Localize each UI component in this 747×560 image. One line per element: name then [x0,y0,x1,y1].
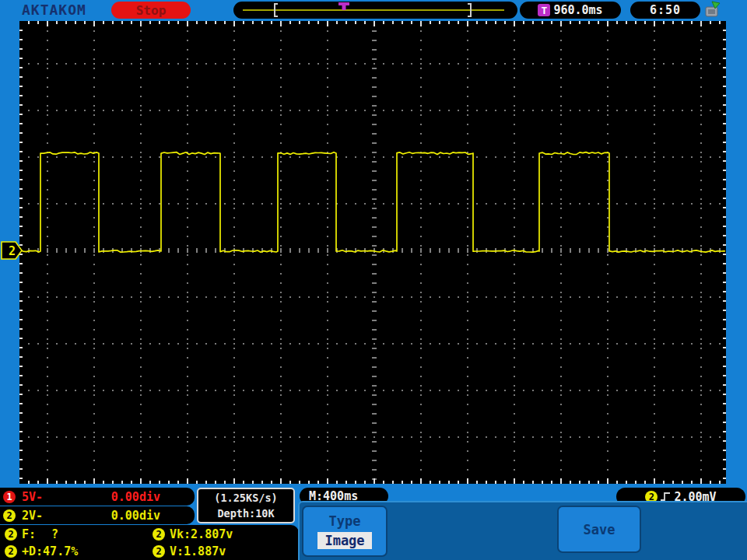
measure-duty: 2 +D: 47.7% [5,544,78,558]
ch2-icon: 2 [153,528,165,541]
type-selected-value: Image [317,532,371,549]
oscilloscope-screen: 2 AKTAKOM Stop T 960.0ms 6:50 1 5V- 0.00… [0,0,747,560]
clock-badge: 6:50 [630,2,700,19]
measure-label: F: [22,527,36,541]
trigger-t-icon: T [538,4,550,16]
measure-value: ? [51,527,58,541]
measure-voltage: 2 V: 1.887v [153,544,226,558]
acquisition-status-badge: Stop [111,2,191,19]
ch2-icon: 2 [5,528,17,541]
measure-vk: 2 Vk: 2.807v [153,527,233,541]
acquisition-status-text: Stop [136,3,167,18]
measure-frequency: 2 F: ? [5,527,58,541]
ch1-position: 0.00div [111,490,160,504]
ch1-icon: 1 [3,491,16,503]
measure-value: 1.887v [184,544,226,558]
ch2-status-row: 2 2V- 0.00div [0,506,195,524]
measurements-box: 2 F: ? 2 Vk: 2.807v 2 +D: 47.7% 2 V: 1.8… [0,525,299,560]
ch2-scale: 2V- [22,509,43,523]
save-button[interactable]: Save [557,506,641,553]
type-image-button[interactable]: Type Image [302,506,388,557]
waveform-display: 2 [0,0,747,560]
sample-rate: (1.25KS/s) [214,492,277,504]
measure-label: V: [170,544,184,558]
ch2-ground-marker: 2 [2,242,22,259]
ch2-icon: 2 [153,545,165,558]
measure-label: +D: [22,544,43,558]
ch2-position: 0.00div [111,509,160,523]
usb-disk-icon [703,1,723,19]
ch1-status-row: 1 5V- 0.00div [0,488,195,506]
measure-value: 47.7% [43,544,78,558]
memory-depth: Depth:10K [217,507,274,520]
type-label: Type [329,513,361,529]
acquisition-info-box: (1.25KS/s) Depth:10K [197,488,295,523]
save-label: Save [584,522,615,537]
brand-label: AKTAKOM [22,2,86,19]
trigger-time-value: 960.0ms [553,3,602,17]
trigger-position-bar [233,2,517,19]
clock-value: 6:50 [650,3,681,17]
measure-label: Vk: [170,527,191,541]
svg-text:2: 2 [9,244,16,258]
measure-value: 2.807v [191,527,233,541]
trigger-time-badge: T 960.0ms [520,2,621,19]
ch2-icon: 2 [3,509,16,522]
ch2-icon: 2 [5,545,17,558]
trigger-position-indicator [233,2,517,19]
ch1-scale: 5V- [22,490,43,504]
